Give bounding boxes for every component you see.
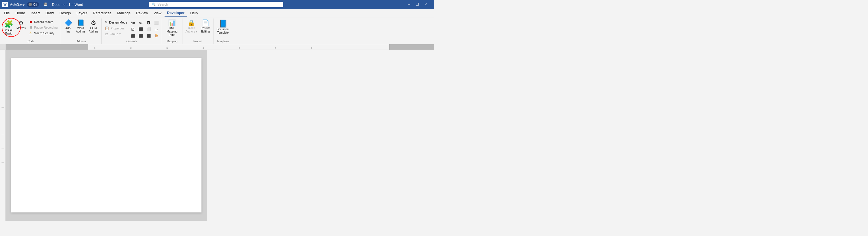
com-add-ins-label: COMAdd-ins xyxy=(89,27,98,33)
code-group-content: 🧩 VisualBasic ⚙ Macros ⏺ Record Macro ⏸ … xyxy=(3,19,59,39)
design-mode-button[interactable]: ✎ Design Mode xyxy=(103,20,129,25)
visual-basic-icon: 🧩 xyxy=(4,20,13,29)
ribbon-group-code: 🧩 VisualBasic ⚙ Macros ⏺ Record Macro ⏸ … xyxy=(1,19,61,44)
maximize-button[interactable]: ☐ xyxy=(413,2,421,7)
ruler-mark-7: 7 xyxy=(311,47,312,49)
menu-draw[interactable]: Draw xyxy=(42,10,57,16)
menu-help[interactable]: Help xyxy=(187,10,200,16)
macro-security-label: Macro Security xyxy=(34,31,54,35)
ctrl-spin[interactable]: ⬛ xyxy=(137,32,145,39)
com-add-ins-icon: ⚙ xyxy=(91,20,96,26)
record-macro-button[interactable]: ⏺ Record Macro xyxy=(28,19,59,24)
ruler: 1 2 3 4 5 6 7 xyxy=(0,44,434,50)
ctrl-image[interactable]: 🖼 xyxy=(145,20,152,26)
v-ruler-mark-4: — xyxy=(2,147,4,150)
controls-row-1: Aa Aa 🖼 ⬜ xyxy=(129,20,160,26)
ctrl-shading[interactable]: 🎨 xyxy=(153,32,160,39)
add-ins-icon: 🔷 xyxy=(65,20,72,26)
properties-button[interactable]: 📋 Properties xyxy=(103,26,129,31)
restrict-editing-button[interactable]: 📄 RestrictEditing xyxy=(199,19,212,34)
ribbon-group-templates: 📘 DocumentTemplate Templates xyxy=(214,19,232,44)
save-icon[interactable]: 💾 xyxy=(43,2,48,6)
ctrl-aa-small[interactable]: Aa xyxy=(137,20,145,26)
menu-insert[interactable]: Insert xyxy=(28,10,43,16)
autosave-toggle[interactable]: Off xyxy=(27,2,39,7)
word-add-ins-label: WordAdd-ins xyxy=(76,27,85,33)
document-page[interactable] xyxy=(11,58,202,212)
templates-group-content: 📘 DocumentTemplate xyxy=(215,19,231,39)
ruler-mark-4: 4 xyxy=(203,47,204,49)
add-ins-label: Add-ins xyxy=(65,27,71,33)
add-ins-button[interactable]: 🔷 Add-ins xyxy=(63,19,74,34)
ruler-left-edge xyxy=(0,44,6,50)
pause-icon: ⏸ xyxy=(29,25,33,29)
title-bar: W AutoSave Off 💾 Document1 – Word 🔍 Sear… xyxy=(0,0,434,9)
code-group-label: Code xyxy=(3,39,59,44)
ribbon-group-addins: 🔷 Add-ins 📘 WordAdd-ins ⚙ COMAdd-ins Add… xyxy=(61,19,101,44)
controls-group-label: Controls xyxy=(103,39,160,44)
ctrl-button[interactable]: ▭ xyxy=(153,26,160,32)
block-authors-label: BlockAuthors ▾ xyxy=(186,27,197,33)
macros-icon: ⚙ xyxy=(18,20,24,26)
com-add-ins-button[interactable]: ⚙ COMAdd-ins xyxy=(87,19,100,34)
xml-mapping-label: XML MappingPane xyxy=(165,27,179,37)
close-button[interactable]: ✕ xyxy=(422,2,430,7)
v-ruler-mark-2: — xyxy=(2,120,4,122)
menu-references[interactable]: References xyxy=(90,10,114,16)
visual-basic-button[interactable]: 🧩 VisualBasic xyxy=(3,19,14,36)
ruler-mark-6: 6 xyxy=(275,47,276,49)
ctrl-listbox[interactable]: ⬛ xyxy=(137,26,145,32)
macros-label: Macros xyxy=(17,27,26,30)
menu-home[interactable]: Home xyxy=(12,10,28,16)
document-content[interactable] xyxy=(31,75,182,80)
ctrl-scroll[interactable]: ⬛ xyxy=(129,32,136,39)
record-macro-label: Record Macro xyxy=(34,20,54,24)
ribbon: 🧩 VisualBasic ⚙ Macros ⏺ Record Macro ⏸ … xyxy=(0,17,434,44)
vertical-ruler: — — — — — xyxy=(0,50,6,221)
design-mode-icon: ✎ xyxy=(105,20,108,24)
word-add-ins-button[interactable]: 📘 WordAdd-ins xyxy=(74,19,87,34)
ctrl-more[interactable]: ⬛ xyxy=(145,32,152,39)
block-authors-button[interactable]: 🔒 BlockAuthors ▾ xyxy=(184,19,199,34)
block-authors-icon: 🔒 xyxy=(187,20,195,26)
visual-basic-label: VisualBasic xyxy=(5,29,12,35)
addins-group-content: 🔷 Add-ins 📘 WordAdd-ins ⚙ COMAdd-ins xyxy=(63,19,100,39)
v-ruler-mark-3: — xyxy=(2,133,4,136)
ruler-track: 1 2 3 4 5 6 7 xyxy=(88,44,389,50)
menu-view[interactable]: View xyxy=(151,10,164,16)
controls-grid: Aa Aa 🖼 ⬜ ☑ ⬛ ⬜ ▭ ⬛ ⬛ ⬛ 🎨 xyxy=(129,19,160,39)
macros-button[interactable]: ⚙ Macros xyxy=(15,19,27,31)
ruler-mark-2: 2 xyxy=(130,47,131,49)
record-icon: ⏺ xyxy=(29,20,33,24)
autosave-label: AutoSave xyxy=(10,2,25,6)
group-label: Group ▾ xyxy=(110,32,121,36)
ctrl-option[interactable]: ⬜ xyxy=(145,26,152,32)
v-ruler-mark-1: — xyxy=(2,106,4,108)
restrict-editing-icon: 📄 xyxy=(202,20,209,26)
menu-developer[interactable]: Developer xyxy=(164,9,187,17)
ruler-right-margin xyxy=(389,44,434,50)
ctrl-combo[interactable]: ⬜ xyxy=(153,20,160,26)
menu-mailings[interactable]: Mailings xyxy=(115,10,133,16)
ctrl-checkbox[interactable]: ☑ xyxy=(129,26,136,32)
document-area-wrapper: — — — — — xyxy=(0,50,434,221)
properties-label: Properties xyxy=(111,27,125,30)
menu-design[interactable]: Design xyxy=(57,10,73,16)
ribbon-group-controls: ✎ Design Mode 📋 Properties 🗂 Group ▾ Aa … xyxy=(101,19,162,44)
controls-group-content: ✎ Design Mode 📋 Properties 🗂 Group ▾ Aa … xyxy=(103,19,160,39)
menu-file[interactable]: File xyxy=(1,10,12,16)
document-area[interactable] xyxy=(6,50,207,221)
document-template-label: DocumentTemplate xyxy=(217,28,229,34)
document-template-button[interactable]: 📘 DocumentTemplate xyxy=(215,19,231,35)
xml-mapping-pane-button[interactable]: 📊 XML MappingPane xyxy=(164,19,181,37)
minimize-button[interactable]: ─ xyxy=(405,2,412,7)
ctrl-aa-large[interactable]: Aa xyxy=(129,20,136,26)
macro-security-button[interactable]: ⚠ Macro Security xyxy=(28,30,59,35)
group-button[interactable]: 🗂 Group ▾ xyxy=(103,31,129,37)
ruler-left-margin xyxy=(6,44,88,50)
search-box[interactable]: 🔍 Search xyxy=(149,2,283,7)
menu-layout[interactable]: Layout xyxy=(73,10,90,16)
pause-recording-button[interactable]: ⏸ Pause Recording xyxy=(28,25,59,30)
menu-bar: File Home Insert Draw Design Layout Refe… xyxy=(0,9,434,17)
menu-review[interactable]: Review xyxy=(133,10,151,16)
